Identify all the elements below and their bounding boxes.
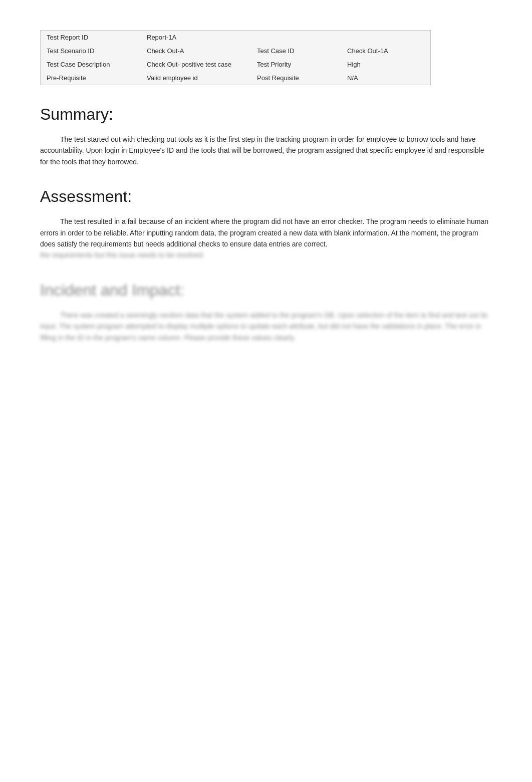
prereq-label: Pre-Requisite: [41, 71, 141, 85]
summary-title: Summary:: [40, 105, 492, 124]
scenario-id-value: Check Out-A: [141, 44, 251, 58]
incident-body: There was created a seemingly random dat…: [40, 310, 492, 343]
assessment-body: The test resulted in a fail because of a…: [40, 216, 492, 261]
assessment-title: Assessment:: [40, 187, 492, 206]
description-value: Check Out- positive test case: [141, 58, 251, 71]
prereq-value: Valid employee id: [141, 71, 251, 85]
priority-value: High: [341, 58, 441, 71]
assessment-body-text: The test resulted in a fail because of a…: [40, 217, 488, 248]
postreq-value: N/A: [341, 71, 441, 85]
postreq-label: Post Requisite: [251, 71, 341, 85]
assessment-section: Assessment: The test resulted in a fail …: [40, 187, 492, 261]
report-id-label: Test Report ID: [41, 31, 141, 44]
incident-section: Incident and Impact: There was created a…: [40, 281, 492, 343]
case-id-value: Check Out-1A: [341, 44, 441, 58]
incident-title: Incident and Impact:: [40, 281, 492, 300]
scenario-id-label: Test Scenario ID: [41, 44, 141, 58]
info-table: Test Report ID Report-1A Test Scenario I…: [40, 30, 431, 85]
summary-body: The test started out with checking out t…: [40, 134, 492, 167]
empty-cell-1: [251, 31, 341, 44]
description-label: Test Case Description: [41, 58, 141, 71]
report-id-value: Report-1A: [141, 31, 251, 44]
case-id-label: Test Case ID: [251, 44, 341, 58]
summary-section: Summary: The test started out with check…: [40, 105, 492, 167]
empty-cell-2: [341, 31, 441, 44]
priority-label: Test Priority: [251, 58, 341, 71]
assessment-blurred-text: the requirements but this issue needs to…: [40, 251, 204, 259]
